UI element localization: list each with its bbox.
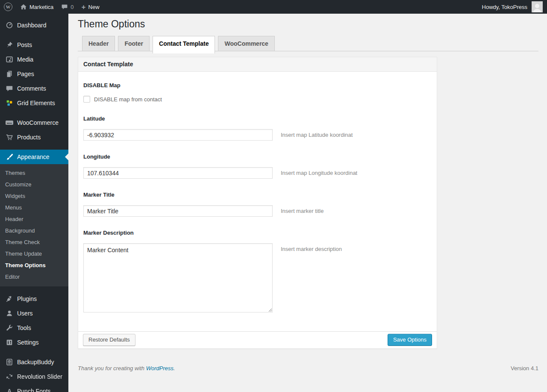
- appearance-submenu: Themes Customize Widgets Menus Header Ba…: [0, 164, 68, 286]
- sidebar-item-media[interactable]: Media: [0, 52, 68, 67]
- sidebar-item-posts[interactable]: Posts: [0, 38, 68, 52]
- comments-icon: [5, 84, 14, 93]
- latitude-input[interactable]: [83, 129, 273, 141]
- new-content-menu[interactable]: + New: [78, 0, 103, 14]
- sidebar-item-plugins[interactable]: Plugins: [0, 292, 68, 306]
- submenu-customize[interactable]: Customize: [0, 179, 68, 190]
- tab-woocommerce[interactable]: WooCommerce: [218, 36, 274, 51]
- paintbrush-icon: [5, 153, 14, 161]
- theme-options-tabs: Header Footer Contact Template WooCommer…: [78, 36, 538, 51]
- sliders-icon: [5, 338, 14, 347]
- wordpress-link[interactable]: WordPress: [146, 365, 174, 371]
- sidebar-item-tools[interactable]: Tools: [0, 321, 68, 335]
- sidebar-item-appearance[interactable]: Appearance: [0, 150, 68, 164]
- dashboard-gauge-icon: [5, 21, 14, 29]
- submenu-theme-check[interactable]: Theme Check: [0, 236, 68, 248]
- marker-title-label: Marker Title: [83, 192, 432, 198]
- new-label: New: [88, 4, 100, 10]
- submenu-editor[interactable]: Editor: [0, 271, 68, 283]
- longitude-field: Longitude Insert map Longitude koordinat: [83, 153, 432, 179]
- disable-map-field: DISABLE Map DISABLE map from contact: [83, 82, 432, 103]
- admin-footer: Thank you for creating with WordPress. V…: [78, 357, 538, 378]
- submenu-theme-update[interactable]: Theme Update: [0, 248, 68, 259]
- sidebar-item-pages[interactable]: Pages: [0, 67, 68, 81]
- submenu-themes[interactable]: Themes: [0, 167, 68, 179]
- submenu-header[interactable]: Header: [0, 213, 68, 225]
- comment-count: 0: [71, 4, 74, 10]
- menu-separator: [0, 350, 68, 355]
- grid-elements-icon: [5, 99, 14, 107]
- marker-title-hint: Insert marker title: [281, 205, 323, 214]
- sidebar-item-backupbuddy[interactable]: BackupBuddy: [0, 355, 68, 369]
- comments-shortcut[interactable]: 0: [57, 0, 77, 14]
- cart-icon: [5, 133, 14, 141]
- submenu-menus[interactable]: Menus: [0, 202, 68, 213]
- marker-description-hint: Insert marker description: [281, 243, 342, 252]
- sidebar-item-products[interactable]: Products: [0, 130, 68, 144]
- longitude-input[interactable]: [83, 167, 273, 179]
- tab-footer[interactable]: Footer: [118, 36, 150, 51]
- pages-icon: [5, 70, 14, 78]
- menu-separator: [0, 286, 68, 292]
- panel-footer: Restore Defaults Save Options: [78, 331, 437, 348]
- longitude-label: Longitude: [83, 153, 432, 160]
- latitude-label: Latitude: [83, 115, 432, 122]
- sidebar-item-comments[interactable]: Comments: [0, 81, 68, 96]
- marker-description-field: Marker Description Marker Content Insert…: [83, 230, 432, 312]
- longitude-hint: Insert map Longitude koordinat: [281, 167, 357, 176]
- main-content: Theme Options Header Footer Contact Temp…: [68, 0, 547, 378]
- wrench-icon: [5, 324, 14, 332]
- sidebar-item-grid-elements[interactable]: Grid Elements: [0, 96, 68, 110]
- marker-description-label: Marker Description: [83, 230, 432, 236]
- sidebar-item-users[interactable]: Users: [0, 306, 68, 321]
- backup-disk-icon: [5, 358, 14, 366]
- page-title: Theme Options: [78, 14, 538, 32]
- restore-defaults-button[interactable]: Restore Defaults: [83, 334, 135, 346]
- plus-icon: +: [82, 3, 86, 11]
- refresh-arrows-icon: [5, 372, 14, 378]
- wordpress-logo-menu[interactable]: W: [0, 0, 16, 14]
- marker-title-input[interactable]: [83, 205, 273, 217]
- latitude-hint: Insert map Latitude koordinat: [281, 129, 353, 138]
- admin-bar: W Marketica 0 + New Howdy, TokoPress: [0, 0, 547, 14]
- user-icon: [5, 309, 14, 318]
- site-name-label: Marketica: [29, 4, 53, 10]
- panel-title: Contact Template: [78, 57, 437, 72]
- disable-map-label: DISABLE Map: [83, 82, 432, 88]
- media-icon: [5, 55, 14, 64]
- howdy-account-link[interactable]: Howdy, TokoPress: [479, 4, 531, 10]
- pushpin-icon: [5, 41, 14, 49]
- submenu-widgets[interactable]: Widgets: [0, 190, 68, 202]
- panel-body: DISABLE Map DISABLE map from contact Lat…: [78, 72, 437, 331]
- menu-separator: [0, 110, 68, 115]
- sidebar-item-settings[interactable]: Settings: [0, 335, 68, 350]
- contact-template-panel: Contact Template DISABLE Map DISABLE map…: [78, 57, 437, 349]
- menu-separator: [0, 144, 68, 150]
- sidebar-item-dashboard[interactable]: Dashboard: [0, 18, 68, 32]
- footer-thanks: Thank you for creating with WordPress.: [78, 365, 175, 371]
- home-icon: [20, 3, 27, 10]
- wordpress-logo-icon: W: [4, 3, 12, 11]
- disable-map-checkbox-label[interactable]: DISABLE map from contact: [94, 96, 162, 103]
- site-name-link[interactable]: Marketica: [16, 0, 57, 14]
- marker-title-field: Marker Title Insert marker title: [83, 192, 432, 217]
- comment-bubble-icon: [61, 3, 68, 10]
- svg-text:woo: woo: [6, 122, 12, 124]
- user-avatar[interactable]: [532, 1, 543, 12]
- version-label: Version 4.1: [511, 365, 538, 371]
- marker-description-textarea[interactable]: Marker Content: [83, 243, 273, 312]
- admin-sidebar: Dashboard Posts Media Pages Comments Gri…: [0, 14, 68, 378]
- disable-map-checkbox[interactable]: [83, 96, 90, 103]
- sidebar-item-woocommerce[interactable]: woo WooCommerce: [0, 115, 68, 130]
- sidebar-item-revolution-slider[interactable]: Revolution Slider: [0, 369, 68, 378]
- latitude-field: Latitude Insert map Latitude koordinat: [83, 115, 432, 141]
- tab-header[interactable]: Header: [82, 36, 115, 51]
- submenu-theme-options[interactable]: Theme Options: [0, 259, 68, 271]
- tab-contact-template[interactable]: Contact Template: [153, 36, 215, 53]
- save-options-button[interactable]: Save Options: [388, 334, 432, 346]
- plug-icon: [5, 295, 14, 303]
- submenu-background[interactable]: Background: [0, 225, 68, 236]
- woocommerce-badge-icon: woo: [5, 118, 14, 127]
- menu-separator: [0, 32, 68, 38]
